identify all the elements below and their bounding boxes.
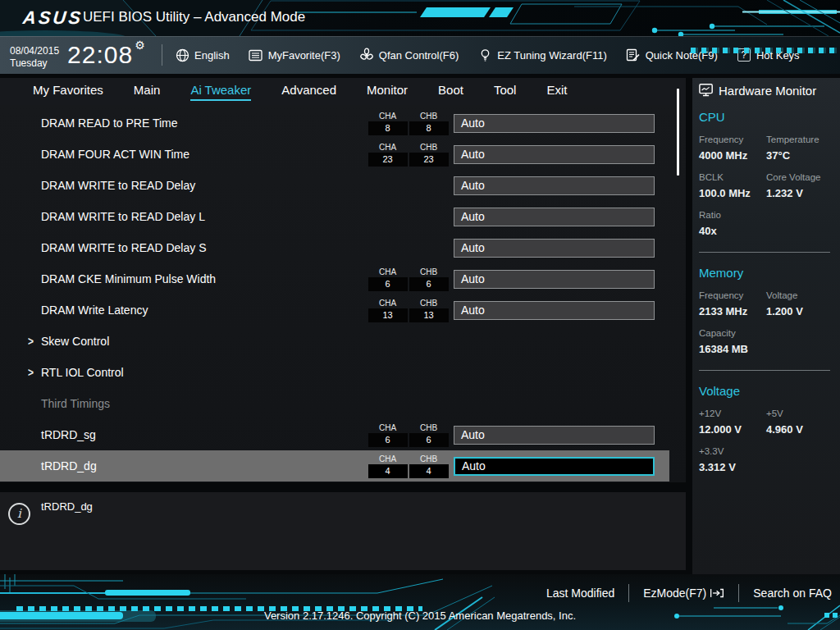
setting-label: DRAM FOUR ACT WIN Time xyxy=(41,148,368,161)
setting-value-dropdown[interactable]: Auto xyxy=(454,301,655,320)
main-menu: My FavoritesMainAi TweakerAdvancedMonito… xyxy=(0,78,686,105)
hm-field-label: +5V xyxy=(766,409,832,418)
hm-field-label: Frequency xyxy=(699,290,766,300)
setting-value-dropdown[interactable]: Auto xyxy=(454,457,655,476)
hm-field-value: 100.0 MHz xyxy=(699,187,766,199)
setting-row[interactable]: DRAM READ to PRE TimeCHA8CHB8Auto xyxy=(0,107,686,139)
toolbar-item-label: MyFavorite(F3) xyxy=(268,49,340,62)
submenu-arrow-icon: > xyxy=(28,335,34,348)
footer-menu: Last Modified EzMode(F7) Search on FAQ xyxy=(546,584,832,602)
channel-chb-header: CHB xyxy=(420,454,437,464)
setting-row[interactable]: DRAM WRITE to READ DelayCHACHBAuto xyxy=(0,170,686,201)
title-bar: ASUS UEFI BIOS Utility – Advanced Mode xyxy=(0,0,840,36)
channel-chb-value: CHB4 xyxy=(409,454,449,478)
submenu-arrow-icon: > xyxy=(28,366,34,379)
channel-chb-current: 23 xyxy=(409,153,449,167)
tab-monitor[interactable]: Monitor xyxy=(367,83,408,101)
hm-field-value: 2133 MHz xyxy=(699,305,766,317)
channel-cha-value: CHA6 xyxy=(368,423,408,447)
channel-cha-value: CHA23 xyxy=(368,143,408,167)
last-modified-button[interactable]: Last Modified xyxy=(546,587,614,600)
channel-chb-header: CHB xyxy=(420,299,437,308)
bulb-icon xyxy=(477,48,492,62)
channel-cha-header: CHA xyxy=(379,112,396,121)
setting-label: DRAM WRITE to READ Delay L xyxy=(41,210,368,223)
channel-cha-header: CHA xyxy=(379,454,396,464)
channel-cha-value: CHA6 xyxy=(368,267,408,291)
toolbar-item-my-favorite[interactable]: MyFavorite(F3) xyxy=(249,48,340,62)
hm-field-value: 40x xyxy=(699,225,766,237)
setting-row[interactable]: tRDRD_dgCHA4CHB4Auto xyxy=(0,450,686,482)
toolbar-divider xyxy=(162,44,162,66)
channel-cha-current: 13 xyxy=(368,308,408,322)
toolbar-item-ez-tuning-wizard[interactable]: EZ Tuning Wizard(F11) xyxy=(477,48,606,62)
setting-value-dropdown[interactable]: Auto xyxy=(454,176,655,195)
channel-cha-current: 6 xyxy=(368,433,408,447)
tab-ai-tweaker[interactable]: Ai Tweaker xyxy=(190,83,251,101)
hm-field-value: 3.312 V xyxy=(699,461,766,473)
setting-value-dropdown[interactable]: Auto xyxy=(454,208,655,226)
channel-cha-value: CHA8 xyxy=(368,112,408,135)
ezmode-button[interactable]: EzMode(F7) xyxy=(643,586,724,600)
toolbar-item-qfan-control[interactable]: Qfan Control(F6) xyxy=(359,48,459,62)
tab-tool[interactable]: Tool xyxy=(494,83,517,101)
setting-label: DRAM CKE Minimum Pulse Width xyxy=(41,272,368,285)
hm-field: BCLK100.0 MHz xyxy=(699,172,766,199)
setting-label: tRDRD_sg xyxy=(41,428,368,441)
channel-chb-current: 13 xyxy=(409,308,449,322)
hm-section-title-memory: Memory xyxy=(699,266,832,280)
footer-divider xyxy=(628,584,629,602)
channel-cha-header: CHA xyxy=(379,299,396,308)
setting-value-dropdown[interactable]: Auto xyxy=(454,239,655,258)
setting-value-dropdown[interactable]: Auto xyxy=(454,426,655,445)
submenu-row[interactable]: >Skew ControlCHACHB xyxy=(0,326,686,357)
channel-chb-header: CHB xyxy=(420,112,437,121)
channel-chb-current: 8 xyxy=(409,121,449,135)
asus-logo: ASUS xyxy=(22,7,84,29)
setting-label: DRAM WRITE to READ Delay xyxy=(41,179,368,192)
hm-field-label: +12V xyxy=(699,409,766,418)
time-settings-gear-icon[interactable]: ⚙ xyxy=(135,39,145,52)
tab-my-favorites[interactable]: My Favorites xyxy=(33,83,103,101)
tab-boot[interactable]: Boot xyxy=(438,83,463,101)
setting-row[interactable]: tRDRD_sgCHA6CHB6Auto xyxy=(0,419,686,450)
globe-icon xyxy=(175,48,189,62)
setting-value-dropdown[interactable]: Auto xyxy=(454,270,655,289)
hm-field-label: Voltage xyxy=(766,290,832,300)
toolbar-item-language[interactable]: English xyxy=(175,48,230,62)
hm-field: Capacity16384 MB xyxy=(699,328,766,355)
hm-field: Voltage1.200 V xyxy=(766,290,832,317)
hm-field-label: Capacity xyxy=(699,328,766,338)
setting-value-dropdown[interactable]: Auto xyxy=(454,145,655,164)
setting-row[interactable]: DRAM FOUR ACT WIN TimeCHA23CHB23Auto xyxy=(0,139,686,170)
setting-row[interactable]: DRAM Write LatencyCHA13CHB13Auto xyxy=(0,294,686,326)
footer: Last Modified EzMode(F7) Search on FAQ V… xyxy=(0,574,840,630)
hardware-monitor-panel: Hardware Monitor CPUFrequency4000 MHzTem… xyxy=(692,78,840,574)
hm-field: Frequency2133 MHz xyxy=(699,290,766,317)
search-faq-button[interactable]: Search on FAQ xyxy=(753,587,832,600)
setting-label: Third Timings xyxy=(41,397,368,410)
setting-value-dropdown[interactable]: Auto xyxy=(454,114,655,133)
hm-section-divider xyxy=(699,370,830,371)
tab-advanced[interactable]: Advanced xyxy=(281,83,336,101)
section-row: Third TimingsCHACHB xyxy=(0,388,686,419)
submenu-row[interactable]: >RTL IOL ControlCHACHB xyxy=(0,357,686,388)
footer-divider xyxy=(738,584,739,602)
setting-row[interactable]: DRAM WRITE to READ Delay LCHACHBAuto xyxy=(0,201,686,232)
channel-cha-current: 4 xyxy=(368,464,408,478)
tab-exit[interactable]: Exit xyxy=(546,83,567,101)
hm-section-divider xyxy=(699,252,830,253)
hm-field-value: 1.232 V xyxy=(766,187,832,199)
channel-chb-value: CHB13 xyxy=(409,299,449,322)
scrollbar-thumb[interactable] xyxy=(677,89,679,176)
hm-field-label: BCLK xyxy=(699,172,766,182)
setting-row[interactable]: DRAM WRITE to READ Delay SCHACHBAuto xyxy=(0,232,686,263)
channel-chb-value: CHB6 xyxy=(409,423,449,447)
toolbar: 08/04/2015 Tuesday 22:08 ⚙ EnglishMyFavo… xyxy=(0,36,840,74)
channel-cha-current: 8 xyxy=(368,121,408,135)
tab-main[interactable]: Main xyxy=(134,83,161,101)
channel-chb-value: CHB8 xyxy=(409,112,449,135)
setting-row[interactable]: DRAM CKE Minimum Pulse WidthCHA6CHB6Auto xyxy=(0,263,686,294)
hm-field-label: Core Voltage xyxy=(766,172,832,182)
date-text: 08/04/2015 xyxy=(10,45,59,57)
